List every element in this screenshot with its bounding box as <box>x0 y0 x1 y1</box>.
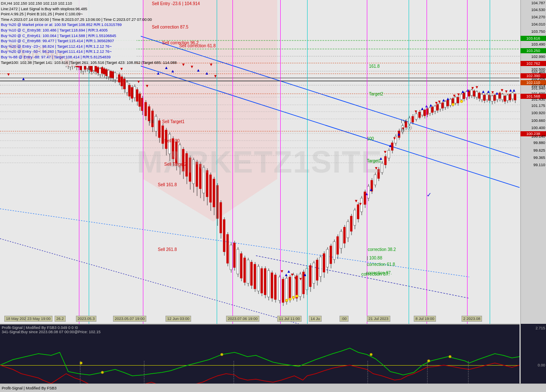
svg-rect-365 <box>473 91 475 96</box>
svg-rect-125 <box>97 67 99 73</box>
cyan-vline-4 <box>409 0 409 324</box>
price-104530: 104.530 <box>531 8 545 12</box>
info-line-6: Buy %10 @ C_Entry38: 100.486 | Target:11… <box>1 28 136 33</box>
time-label-3: 2023.05.3 <box>76 316 96 322</box>
price-99880: 99.880 <box>533 141 545 145</box>
svg-text:▼: ▼ <box>392 136 397 141</box>
svg-rect-357 <box>463 93 465 99</box>
svg-rect-353 <box>457 97 459 103</box>
osc-level-0: 0.00 <box>537 363 545 367</box>
price-99365: 99.365 <box>533 156 545 160</box>
svg-rect-303 <box>384 156 386 165</box>
svg-rect-265 <box>319 257 322 277</box>
svg-text:▼: ▼ <box>358 202 363 206</box>
svg-rect-375 <box>486 94 488 100</box>
svg-rect-135 <box>107 70 110 77</box>
sell-261-8-label: Sell 261.8 <box>158 247 177 252</box>
sell-target1-label: Sell Target1 <box>162 119 185 124</box>
svg-text:▲: ▲ <box>512 88 516 92</box>
svg-rect-367 <box>476 92 478 97</box>
svg-text:▲: ▲ <box>303 272 307 277</box>
svg-text:▲: ▲ <box>441 98 446 102</box>
svg-rect-139 <box>112 72 114 78</box>
svg-rect-363 <box>470 90 473 95</box>
svg-rect-333 <box>431 107 433 112</box>
svg-rect-171 <box>158 121 160 138</box>
roman-label: I II <box>149 119 154 124</box>
price-100920: 100.920 <box>531 111 545 115</box>
time-label-9: :00 <box>340 316 349 322</box>
svg-rect-277 <box>340 231 342 248</box>
svg-rect-235 <box>267 271 270 297</box>
time-label-5: 12 Jun 03:00 <box>166 316 191 322</box>
svg-rect-151 <box>128 85 131 96</box>
svg-text:▼: ▼ <box>491 90 495 95</box>
svg-rect-373 <box>483 95 485 101</box>
svg-rect-281 <box>347 222 349 238</box>
svg-rect-335 <box>434 106 436 111</box>
price-102990: 102.990 <box>531 55 545 59</box>
svg-text:▲: ▲ <box>171 69 175 73</box>
time-label-26: 26.2 <box>55 316 66 322</box>
osc-level-2715: 2.715 <box>535 326 545 330</box>
svg-rect-389 <box>504 96 506 101</box>
svg-rect-341 <box>441 103 444 108</box>
price-103250-highlight: 103.250 <box>520 48 546 53</box>
svg-text:▲: ▲ <box>164 65 168 70</box>
svg-point-457 <box>460 100 463 103</box>
svg-rect-275 <box>337 236 339 254</box>
vline-7 <box>467 0 468 324</box>
price-100660: 100.660 <box>531 118 545 123</box>
svg-point-452 <box>285 299 288 302</box>
svg-rect-371 <box>481 94 483 100</box>
svg-point-455 <box>296 295 298 297</box>
svg-rect-137 <box>110 71 112 78</box>
info-line-12: Target100: 102.38 |Target 141: 103.616 |… <box>1 60 136 66</box>
info-line-7: Buy %20 @ C_Entry61: 100.064 | Target:11… <box>1 33 136 39</box>
svg-rect-283 <box>350 216 352 231</box>
svg-text:▲: ▲ <box>156 71 160 75</box>
svg-text:▼: ▼ <box>470 86 475 90</box>
osc-info-1: Profit-Signal | Modified By FSB3 0.049 0… <box>2 326 78 330</box>
svg-rect-305 <box>388 150 390 158</box>
svg-text:▼: ▼ <box>209 62 213 67</box>
svg-point-453 <box>289 298 291 300</box>
svg-text:▼: ▼ <box>145 84 149 88</box>
svg-rect-165 <box>148 107 150 121</box>
svg-rect-209 <box>223 219 225 252</box>
info-line-9: Buy %20 @ Entry -23~: 98.824 | Target:11… <box>1 44 136 49</box>
sell-correction-61-8-label: Sell correction 61.8 <box>179 43 216 48</box>
svg-rect-149 <box>126 82 128 92</box>
fib-161-8-label: 161.8 <box>369 64 380 69</box>
svg-rect-247 <box>289 277 291 299</box>
svg-point-468 <box>101 371 104 374</box>
sell-entry-label: Sell Entry -23.6 | 104.914 <box>152 1 200 6</box>
iv-label: I V <box>401 119 406 124</box>
time-label-8: 14 Ju <box>309 316 322 322</box>
price-100140: 100.140 <box>531 134 545 138</box>
svg-rect-141 <box>114 73 116 80</box>
svg-text:▲: ▲ <box>466 88 470 92</box>
svg-rect-207 <box>220 202 222 233</box>
info-line-4: Time A:2023.07.14 03:00:00 | Time B:2023… <box>1 17 136 23</box>
bottom-bar-text: Profit-Signal | Modified By FSB3 <box>2 386 56 390</box>
sell-161-8-label: Sell 161.8 <box>158 182 177 187</box>
price-103750: 103.750 <box>531 29 545 34</box>
svg-rect-245 <box>285 278 288 302</box>
svg-rect-155 <box>134 86 136 98</box>
correction-61-8-label: correction 61.8 <box>367 262 395 267</box>
svg-rect-263 <box>316 260 318 280</box>
vline-4 <box>280 0 281 324</box>
price-104010: 104.010 <box>531 22 545 26</box>
price-104787: 104.787 <box>531 1 545 5</box>
svg-text:▼: ▼ <box>299 277 303 281</box>
sell-100-label: Sell 100 <box>164 138 180 143</box>
svg-text:▲: ▲ <box>481 89 485 94</box>
cyan-vline-5 <box>490 0 490 324</box>
correction-38-2-label: correction 38.2 <box>368 247 396 252</box>
price-103490: 103.490 <box>531 42 545 46</box>
svg-point-471 <box>427 360 430 362</box>
svg-rect-369 <box>478 93 480 98</box>
sell-correction-87-5-label: Sell correction 87.5 <box>152 25 189 29</box>
target2-label: Target2 <box>369 92 383 96</box>
